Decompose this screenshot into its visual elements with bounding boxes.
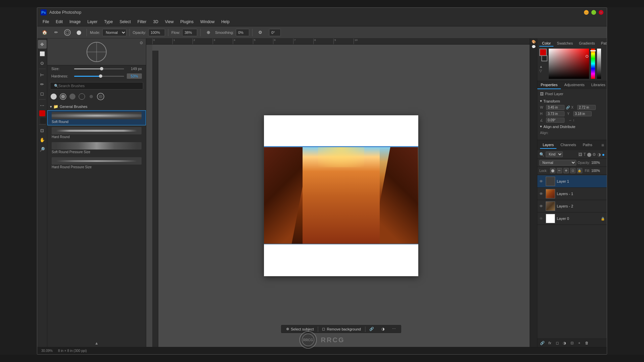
- float-mask-btn[interactable]: ◑: [378, 325, 388, 333]
- hardness-thumb[interactable]: [99, 74, 102, 78]
- hardness-slider[interactable]: [74, 76, 124, 77]
- zoom-tool[interactable]: 🔎: [38, 145, 47, 154]
- adjustments-tab[interactable]: Adjustments: [561, 81, 588, 89]
- settings-icon[interactable]: ⚙: [256, 28, 265, 37]
- color-fg[interactable]: [39, 110, 45, 116]
- fg-icon[interactable]: ▲: [539, 65, 547, 68]
- color-additional-slider[interactable]: [597, 49, 601, 79]
- brush-settings-icon[interactable]: ⚙: [140, 41, 143, 45]
- layer-item-1[interactable]: 👁 Layer 1: [537, 175, 607, 188]
- brush-panel-collapse[interactable]: ▲: [47, 340, 146, 347]
- libraries-tab[interactable]: Libraries: [588, 81, 607, 89]
- menu-select[interactable]: Select: [117, 18, 133, 25]
- lasso-tool[interactable]: ⊙: [38, 59, 47, 67]
- lock-position[interactable]: ✥: [564, 168, 569, 173]
- layer-0-visibility[interactable]: 👁: [539, 217, 544, 221]
- round-full-brush[interactable]: [50, 93, 57, 100]
- layer-1-visibility[interactable]: 👁: [539, 179, 544, 183]
- brush-search-input[interactable]: [50, 82, 143, 89]
- layer-item-0[interactable]: 👁 Layer 0 🔒: [537, 213, 607, 225]
- float-link-btn[interactable]: 🔗: [366, 325, 377, 333]
- blend-mode-select[interactable]: Normal Multiply Screen: [102, 29, 126, 36]
- hand-tool[interactable]: ✋: [38, 135, 47, 144]
- menu-plugins[interactable]: Plugins: [178, 18, 196, 25]
- eraser-tool[interactable]: ◻: [38, 89, 47, 98]
- large-circle-brush[interactable]: [97, 93, 104, 100]
- menu-3d[interactable]: 3D: [150, 18, 161, 25]
- fx-btn[interactable]: fx: [547, 340, 553, 346]
- home-button[interactable]: 🏠: [40, 28, 49, 37]
- close-button[interactable]: ✕: [599, 10, 603, 15]
- canvas-document[interactable]: [264, 115, 418, 276]
- layer-item-3[interactable]: 👁 Layers - 2: [537, 200, 607, 213]
- align-header[interactable]: ▾ Align and Distribute: [540, 123, 604, 130]
- opacity-value[interactable]: 100%: [591, 161, 605, 165]
- foreground-color[interactable]: [539, 49, 547, 56]
- maximize-button[interactable]: □: [591, 10, 596, 15]
- h-value[interactable]: 3.73 in: [546, 111, 565, 116]
- smoothing-input[interactable]: [236, 29, 249, 36]
- color-gradient-picker[interactable]: [549, 49, 589, 79]
- brush-soft-pressure[interactable]: Soft Round Pressure Size: [47, 140, 146, 156]
- menu-view[interactable]: View: [162, 18, 176, 25]
- brush-hard-round[interactable]: Hard Round: [47, 125, 146, 140]
- menu-filter[interactable]: Filter: [135, 18, 149, 25]
- transform-header[interactable]: ▾ Transform: [540, 98, 604, 104]
- airbrush-icon[interactable]: ⊕: [204, 28, 213, 37]
- lock-paint[interactable]: ✏: [557, 168, 562, 173]
- channels-tab[interactable]: Channels: [558, 141, 579, 149]
- round-outline-brush[interactable]: [78, 93, 86, 100]
- canvas-scroll[interactable]: ⊕ Select subject ◻ Remove background 🔗 ◑…: [152, 45, 530, 347]
- layer-3-visibility[interactable]: 👁: [539, 204, 544, 208]
- crop-tool[interactable]: ⊢: [38, 70, 47, 79]
- add-group-btn[interactable]: ⊡: [569, 340, 575, 346]
- fill-value[interactable]: 100%: [591, 169, 605, 173]
- small-dot-brush[interactable]: [88, 93, 95, 100]
- brush-soft-round[interactable]: Soft Round: [47, 110, 146, 125]
- w-value[interactable]: 3.45 in: [546, 105, 565, 110]
- brush-selector[interactable]: [63, 28, 72, 37]
- frame-tool[interactable]: ⊡: [38, 126, 47, 135]
- menu-edit[interactable]: Edit: [53, 18, 65, 25]
- menu-type[interactable]: Type: [101, 18, 115, 25]
- float-more-btn[interactable]: ⋯: [389, 325, 399, 333]
- lock-transparency[interactable]: ⬤: [550, 168, 555, 173]
- x-value[interactable]: 2.72 in: [577, 105, 596, 110]
- size-thumb[interactable]: [100, 67, 103, 70]
- y-value[interactable]: 3.18 in: [573, 111, 592, 116]
- menu-file[interactable]: File: [40, 18, 52, 25]
- lock-artboard[interactable]: ⊡: [570, 168, 576, 173]
- add-adjustment-btn[interactable]: ◑: [561, 340, 568, 346]
- add-mask-btn[interactable]: ◻: [554, 340, 560, 346]
- delete-layer-btn[interactable]: 🗑: [584, 340, 590, 346]
- layer-item-2[interactable]: 👁 Layers - 1: [537, 188, 607, 200]
- background-color[interactable]: [541, 55, 547, 61]
- angle-input[interactable]: [269, 29, 281, 36]
- move-tool[interactable]: ✥: [38, 40, 47, 49]
- filter-circle-btn[interactable]: ●: [602, 152, 605, 157]
- gradients-tab[interactable]: Gradients: [576, 41, 598, 47]
- brush-tool-left[interactable]: ✏: [38, 80, 47, 88]
- color-bg[interactable]: [40, 118, 46, 124]
- properties-tab[interactable]: Properties: [537, 81, 561, 89]
- menu-help[interactable]: Help: [219, 18, 232, 25]
- kind-dropdown[interactable]: Kind: [546, 152, 563, 157]
- round-medium-brush[interactable]: [59, 93, 67, 100]
- message-icon[interactable]: 💬: [532, 45, 536, 49]
- color-panel-icon[interactable]: 🎨: [532, 40, 536, 44]
- paths-tab[interactable]: Paths: [580, 141, 595, 149]
- menu-window[interactable]: Window: [198, 18, 217, 25]
- select-rect-tool[interactable]: ⬜: [38, 49, 47, 58]
- hue-slider[interactable]: [591, 49, 595, 79]
- hardness-input[interactable]: [127, 73, 142, 79]
- brush-tool-icon[interactable]: ✏: [51, 28, 61, 37]
- layer-2-visibility[interactable]: 👁: [539, 192, 544, 196]
- menu-layer[interactable]: Layer: [85, 18, 100, 25]
- lock-all[interactable]: 🔒: [577, 168, 582, 173]
- color-tab[interactable]: Color: [539, 41, 553, 47]
- link-layers-btn[interactable]: 🔗: [539, 340, 545, 346]
- general-brushes-header[interactable]: ▾ 📁 General Brushes: [47, 103, 146, 110]
- layers-tab[interactable]: Layers: [540, 141, 556, 149]
- layer-blend-mode[interactable]: Normal Multiply: [539, 160, 576, 166]
- dots-more-1[interactable]: ⋯: [38, 101, 47, 110]
